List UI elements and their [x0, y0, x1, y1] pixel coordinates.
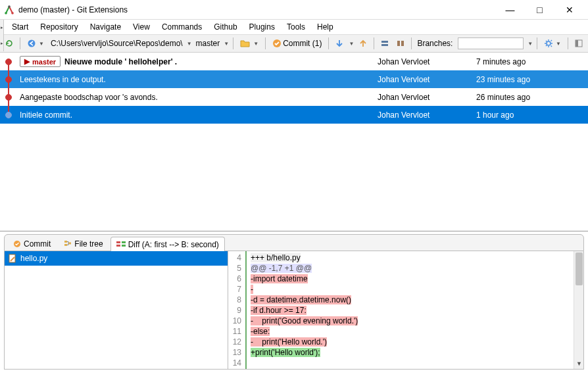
svg-rect-16 [116, 241, 120, 243]
scroll-down-icon[interactable]: ▼ [574, 358, 583, 369]
tab-commit-label: Commit [24, 239, 51, 249]
line-number: 8 [230, 295, 241, 305]
svg-rect-20 [9, 254, 15, 262]
commit-row[interactable]: Leestekens in de output.Johan Vervloet23… [0, 70, 588, 88]
toolbar: ▼ C:\Users\vervljo\Source\Repos\demo\ ▼ … [0, 34, 588, 53]
diff-line: -else: [251, 326, 358, 337]
svg-rect-11 [576, 40, 578, 47]
diff-line: @@ -1,7 +1 @@ [251, 263, 358, 274]
commit-author: Johan Vervloet [378, 75, 476, 84]
toolbar-separator [568, 37, 568, 49]
tab-commit[interactable]: Commit [7, 236, 57, 251]
stash-icon[interactable] [378, 37, 391, 50]
commit-time: 7 minutes ago [476, 57, 588, 66]
graph-column [0, 70, 20, 88]
commit-list[interactable]: ▶masterNieuwe module ' hellohelper' .Joh… [0, 53, 588, 231]
chevron-down-icon: ▼ [253, 41, 258, 47]
filetree-tab-icon [64, 240, 72, 248]
pull-down-icon[interactable] [333, 37, 346, 50]
commit-node-icon [5, 59, 12, 65]
scrollbar-thumb[interactable] [576, 252, 583, 285]
commit-author: Johan Vervloet [378, 93, 476, 102]
window-maximize-button[interactable]: □ [525, 1, 554, 19]
branch-name[interactable]: master [195, 39, 222, 48]
file-list[interactable]: hello.py [5, 251, 228, 369]
menu-repository[interactable]: Repository [40, 22, 78, 32]
svg-point-1 [11, 12, 14, 14]
menu-view[interactable]: View [133, 22, 150, 32]
toolbar-separator [374, 37, 374, 49]
line-number: 13 [230, 347, 241, 358]
toolbar-separator [328, 37, 329, 49]
diff-scrollbar[interactable]: ▲ ▼ [574, 251, 583, 369]
branches-label: Branches: [416, 39, 454, 48]
app-logo-icon [4, 5, 14, 15]
line-number: 14 [230, 358, 241, 368]
graph-column [0, 88, 20, 106]
commit-message: Aangepaste boodschap voor 's avonds. [20, 93, 378, 102]
commit-node-icon [5, 76, 12, 83]
diff-line: - [251, 284, 358, 295]
commit-message-text: Nieuwe module ' hellohelper' . [64, 57, 177, 66]
bottom-tabstrip: Commit File tree Diff (A: first --> B: s… [4, 234, 584, 251]
window-close-button[interactable]: ✕ [554, 1, 584, 19]
refresh-icon[interactable] [3, 37, 16, 50]
window-minimize-button[interactable]: — [495, 1, 525, 19]
svg-rect-17 [116, 245, 120, 247]
toolbar-separator [265, 37, 266, 49]
toolbar-separator [411, 37, 412, 49]
open-folder-dropdown[interactable]: ▼ [237, 36, 261, 51]
branch-chevron-down-icon[interactable]: ▼ [224, 41, 229, 47]
path-chevron-down-icon[interactable]: ▼ [187, 41, 192, 47]
line-number: 5 [230, 263, 241, 274]
diff-pane[interactable]: 4567891011121314 +++ b/hello.py@@ -1,7 +… [228, 251, 583, 369]
commit-button[interactable]: Commit (1) [270, 36, 324, 51]
push-up-icon[interactable] [356, 37, 370, 50]
menu-commands[interactable]: Commands [162, 22, 202, 32]
commit-time: 1 hour ago [476, 110, 588, 120]
diff-text[interactable]: +++ b/hello.py@@ -1,7 +1 @@-import datet… [247, 251, 366, 369]
svg-rect-14 [64, 244, 67, 246]
pull-chevron-down-icon[interactable]: ▼ [349, 41, 354, 47]
left-ribbon[interactable]: ▸▸ [0, 20, 4, 51]
commit-time: 26 minutes ago [476, 93, 588, 102]
svg-rect-18 [122, 241, 126, 243]
repo-path[interactable]: C:\Users\vervljo\Source\Repos\demo\ [49, 39, 184, 48]
commit-author: Johan Vervloet [378, 57, 476, 66]
window-title: demo (master) - Git Extensions [18, 5, 495, 14]
branches-chevron-down-icon[interactable]: ▼ [527, 41, 533, 47]
commit-message-text: Leestekens in de output. [20, 75, 106, 84]
menu-plugins[interactable]: Plugins [249, 22, 275, 32]
file-name: hello.py [20, 254, 47, 263]
line-number: 9 [230, 305, 241, 316]
commit-row[interactable]: Initiele commit.Johan Vervloet1 hour ago [0, 106, 588, 124]
menu-navigate[interactable]: Navigate [90, 22, 121, 32]
commit-node-icon [5, 112, 12, 118]
svg-rect-13 [64, 241, 67, 243]
branch-tag[interactable]: ▶master [20, 56, 61, 67]
commit-row[interactable]: ▶masterNieuwe module ' hellohelper' .Joh… [0, 53, 588, 70]
graph-column [0, 106, 20, 124]
diff-line: -d = datetime.datetime.now() [251, 295, 358, 305]
toggle-panel-icon[interactable] [572, 37, 585, 50]
menu-tools[interactable]: Tools [287, 22, 305, 32]
tab-filetree[interactable]: File tree [58, 236, 109, 251]
chevron-down-icon: ▼ [39, 41, 44, 47]
menu-github[interactable]: Github [214, 22, 237, 32]
tab-diff[interactable]: Diff (A: first --> B: second) [110, 237, 225, 251]
file-item[interactable]: hello.py [5, 251, 228, 266]
titlebar: demo (master) - Git Extensions — □ ✕ [0, 0, 588, 20]
branches-filter-input[interactable] [458, 37, 524, 49]
commit-author: Johan Vervloet [378, 110, 476, 120]
commit-label: Commit (1) [283, 39, 322, 48]
back-dropdown[interactable]: ▼ [24, 36, 47, 51]
stash-pop-icon[interactable] [394, 37, 407, 50]
diff-tab-icon [116, 241, 126, 249]
commit-row[interactable]: Aangepaste boodschap voor 's avonds.Joha… [0, 88, 588, 106]
menu-help[interactable]: Help [317, 22, 333, 32]
tab-filetree-label: File tree [74, 239, 103, 249]
toolbar-separator [233, 37, 233, 49]
commit-time: 23 minutes ago [476, 75, 588, 84]
settings-dropdown[interactable]: ▼ [541, 36, 564, 51]
menu-start[interactable]: Start [12, 22, 28, 32]
